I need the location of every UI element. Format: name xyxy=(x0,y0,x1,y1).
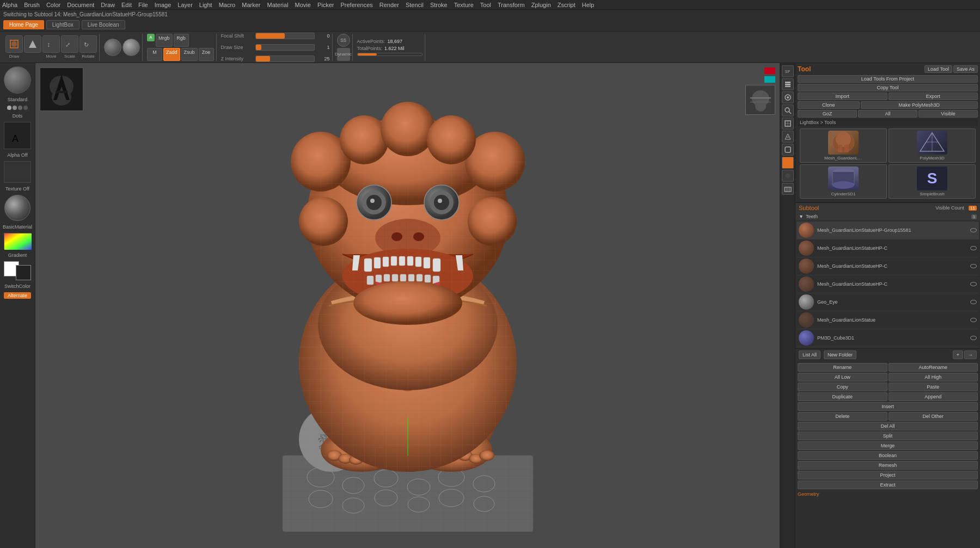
strip-spo3-btn[interactable]: SP xyxy=(782,65,794,77)
strip-frame2-btn[interactable] xyxy=(782,144,794,156)
boolean-btn[interactable]: Boolean xyxy=(798,451,978,460)
subtool-item-1[interactable]: Mesh_GuardianLionStatueHP-C xyxy=(797,239,979,257)
visible-btn[interactable]: Visible xyxy=(918,110,978,118)
menu-marker[interactable]: Marker xyxy=(242,2,260,8)
del-all-btn[interactable]: Del All xyxy=(798,422,978,430)
z-intensity-bar[interactable] xyxy=(255,56,315,62)
draw-mode-btn[interactable] xyxy=(5,35,23,53)
move-btn[interactable]: ↕ xyxy=(42,35,60,53)
switch-colors[interactable] xyxy=(4,261,31,280)
subtool-item-3[interactable]: Mesh_GuardianLionStatueHP-C xyxy=(797,275,979,293)
split-btn[interactable]: Split xyxy=(798,432,978,440)
all-btn[interactable]: All xyxy=(858,110,917,118)
copy-btn[interactable]: Copy xyxy=(798,383,887,391)
menu-document[interactable]: Document xyxy=(67,2,94,8)
strip-mat-btn[interactable] xyxy=(782,170,794,182)
focal-shift-bar[interactable] xyxy=(255,33,315,39)
menu-edit[interactable]: Edit xyxy=(121,2,132,8)
list-all-arrow-btn[interactable]: + xyxy=(953,350,963,359)
texture-preview[interactable] xyxy=(4,161,31,183)
menu-stroke[interactable]: Stroke xyxy=(430,2,448,8)
texture-preview-btn[interactable] xyxy=(122,39,140,56)
menu-light[interactable]: Light xyxy=(199,2,212,8)
subtool-item-5[interactable]: Mesh_GuardianLionStatue xyxy=(797,311,979,329)
tab-home-page[interactable]: Home Page xyxy=(3,20,44,29)
tool-item-0[interactable]: Mesh_GuardianLionStatueHP xyxy=(800,128,887,163)
strip-layer-btn[interactable] xyxy=(782,78,794,90)
dynamic-toggle[interactable]: Dynamic xyxy=(337,48,350,61)
subtool-eye-3[interactable] xyxy=(970,282,977,286)
material-preview-btn[interactable] xyxy=(104,39,121,56)
subtool-item-6[interactable]: PM3D_Cube3D1 xyxy=(797,329,979,347)
strip-zoom-btn[interactable] xyxy=(782,104,794,116)
tool-item-2[interactable]: CylinderSD1 xyxy=(800,164,887,199)
load-tools-from-project-btn[interactable]: Load Tools From Project xyxy=(798,75,978,83)
autorename-btn[interactable]: AutoRename xyxy=(889,363,978,372)
subtool-eye-4[interactable] xyxy=(970,300,977,304)
list-all-btn[interactable]: List All xyxy=(799,350,820,359)
m-btn[interactable]: M xyxy=(147,48,162,61)
menu-zplugin[interactable]: Zplugin xyxy=(531,2,551,8)
model-viewport[interactable]: 愛 xyxy=(35,63,780,548)
menu-stencil[interactable]: Stencil xyxy=(406,2,424,8)
brush-material-ball[interactable] xyxy=(4,66,31,94)
export-btn[interactable]: Export xyxy=(889,93,978,100)
save-as-btn[interactable]: Save As xyxy=(953,65,978,73)
menu-texture[interactable]: Texture xyxy=(454,2,474,8)
subtool-header[interactable]: Subtool Visible Count 11 xyxy=(795,203,980,213)
delete-btn[interactable]: Delete xyxy=(798,412,887,421)
strip-zremesh-btn[interactable] xyxy=(782,131,794,143)
new-folder-arrow-btn[interactable]: → xyxy=(964,350,977,359)
gradient-swatch[interactable] xyxy=(4,233,31,249)
rename-btn[interactable]: Rename xyxy=(798,363,887,372)
new-folder-btn[interactable]: New Folder xyxy=(824,350,856,359)
menu-alpha[interactable]: Alpha xyxy=(2,2,17,8)
subtool-item-2[interactable]: Mesh_GuardianLionStatueHP-C xyxy=(797,257,979,275)
rotate-btn[interactable]: ↻ xyxy=(79,35,97,53)
subtool-eye-2[interactable] xyxy=(970,264,977,268)
menu-help[interactable]: Help xyxy=(582,2,595,8)
subtool-eye-0[interactable] xyxy=(970,228,977,232)
zsub-btn[interactable]: Zsub xyxy=(181,48,198,61)
remesh-btn[interactable]: Remesh xyxy=(798,461,978,470)
bg-color[interactable] xyxy=(16,265,31,280)
insert-btn[interactable]: Insert xyxy=(798,402,978,411)
strip-trap-btn[interactable] xyxy=(782,157,794,169)
menu-layer[interactable]: Layer xyxy=(177,2,193,8)
copy-tool-btn[interactable]: Copy Tool xyxy=(798,84,978,91)
subtool-item-0[interactable]: Mesh_GuardianLionStatueHP-Group15581 xyxy=(797,221,979,239)
strip-brush-btn[interactable] xyxy=(782,91,794,103)
subtool-eye-5[interactable] xyxy=(970,318,977,322)
all-low-btn[interactable]: All Low xyxy=(798,373,887,381)
menu-zscript[interactable]: Zscript xyxy=(558,2,575,8)
menu-image[interactable]: Image xyxy=(155,2,171,8)
viewport-thumbnail[interactable] xyxy=(40,67,83,111)
menu-draw[interactable]: Draw xyxy=(101,2,115,8)
menu-transform[interactable]: Transform xyxy=(498,2,525,8)
view-cube[interactable] xyxy=(745,85,775,115)
load-tool-btn[interactable]: Load Tool xyxy=(924,65,952,73)
scale-btn[interactable]: ⤢ xyxy=(61,35,78,53)
menu-picker[interactable]: Picker xyxy=(317,2,334,8)
menu-brush[interactable]: Brush xyxy=(24,2,40,8)
all-high-btn[interactable]: All High xyxy=(889,373,978,381)
tab-lightbox[interactable]: LightBox xyxy=(46,20,79,29)
zoe-btn[interactable]: Zoe xyxy=(199,48,214,61)
alpha-preview[interactable]: A xyxy=(4,122,31,149)
draw-size-bar[interactable] xyxy=(255,44,315,51)
project-btn[interactable]: Project xyxy=(798,471,978,479)
basic-material-ball[interactable] xyxy=(4,195,30,221)
tab-live-boolean[interactable]: Live Boolean xyxy=(82,20,125,29)
tool-item-1[interactable]: PolyMesh3D xyxy=(889,128,976,163)
alternate-btn[interactable]: Alternate xyxy=(4,292,31,299)
menu-render[interactable]: Render xyxy=(379,2,399,8)
menu-file[interactable]: File xyxy=(138,2,148,8)
goz-btn[interactable]: GoZ xyxy=(798,110,857,118)
draw-type-btn[interactable] xyxy=(24,35,41,53)
paste-btn[interactable]: Paste xyxy=(889,383,978,391)
menu-color[interactable]: Color xyxy=(46,2,60,8)
strip-scene-btn[interactable] xyxy=(782,183,794,195)
rgb-btn[interactable]: Rgb xyxy=(174,34,189,47)
del-other-btn[interactable]: Del Other xyxy=(889,412,978,421)
menu-macro[interactable]: Macro xyxy=(219,2,236,8)
